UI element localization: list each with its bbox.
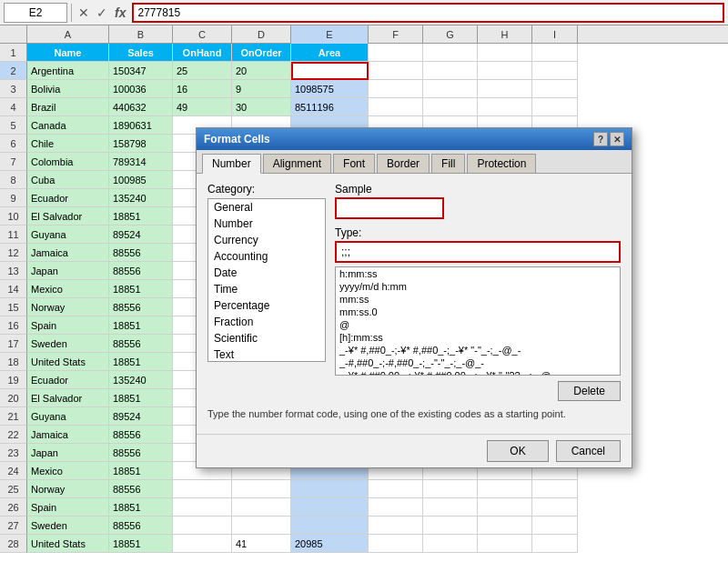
cat-fraction[interactable]: Fraction	[208, 314, 325, 330]
cell-b15[interactable]: 88556	[109, 298, 173, 316]
cell-a8[interactable]: Cuba	[27, 171, 109, 189]
cell-i26[interactable]	[532, 498, 578, 517]
cell-i3[interactable]	[532, 80, 578, 98]
cell-g26[interactable]	[423, 498, 478, 517]
row-num-7[interactable]: 7	[0, 153, 27, 171]
cancel-button[interactable]: Cancel	[556, 440, 621, 462]
cell-a11[interactable]: Guyana	[27, 226, 109, 244]
cell-b4[interactable]: 440632	[109, 98, 173, 116]
cell-a3[interactable]: Bolivia	[27, 80, 109, 98]
cell-c4[interactable]: 49	[173, 98, 232, 116]
cell-c1[interactable]: OnHand	[173, 44, 232, 62]
row-num-13[interactable]: 13	[0, 262, 27, 280]
cell-b27[interactable]: 88556	[109, 517, 173, 535]
cell-g3[interactable]	[423, 80, 478, 98]
cell-c26[interactable]	[173, 498, 232, 517]
cell-f25[interactable]	[369, 480, 423, 498]
type-item[interactable]: @	[336, 318, 620, 331]
cell-a24[interactable]: Mexico	[27, 462, 109, 480]
cell-g4[interactable]	[423, 98, 478, 116]
col-header-f[interactable]: F	[369, 25, 423, 44]
cat-time[interactable]: Time	[208, 281, 325, 297]
cell-h25[interactable]	[478, 480, 532, 498]
cell-b23[interactable]: 88556	[109, 444, 173, 462]
tab-border[interactable]: Border	[377, 154, 430, 173]
cell-b1[interactable]: Sales	[109, 44, 173, 62]
cell-b21[interactable]: 89524	[109, 407, 173, 426]
cell-g2[interactable]	[423, 62, 478, 80]
cancel-formula-icon[interactable]: ✕	[76, 5, 92, 20]
cell-e25[interactable]	[291, 480, 369, 498]
cell-a5[interactable]: Canada	[27, 116, 109, 135]
cell-a2[interactable]: Argentina	[27, 62, 109, 80]
cell-b6[interactable]: 158798	[109, 135, 173, 153]
cell-f3[interactable]	[369, 80, 423, 98]
cell-h27[interactable]	[478, 517, 532, 535]
cat-scientific[interactable]: Scientific	[208, 330, 325, 346]
row-num-1[interactable]: 1	[0, 44, 27, 62]
cell-d27[interactable]	[232, 517, 291, 535]
cell-d26[interactable]	[232, 498, 291, 517]
row-num-24[interactable]: 24	[0, 462, 27, 480]
row-num-23[interactable]: 23	[0, 444, 27, 462]
tab-number[interactable]: Number	[202, 154, 261, 174]
dialog-close-button[interactable]: ✕	[610, 132, 624, 146]
row-num-22[interactable]: 22	[0, 426, 27, 444]
row-num-27[interactable]: 27	[0, 517, 27, 535]
cell-g27[interactable]	[423, 517, 478, 535]
cell-g1[interactable]	[423, 44, 478, 62]
cell-g28[interactable]	[423, 535, 478, 553]
cell-b10[interactable]: 18851	[109, 207, 173, 226]
cell-f4[interactable]	[369, 98, 423, 116]
cell-c28[interactable]	[173, 535, 232, 553]
cell-b11[interactable]: 89524	[109, 226, 173, 244]
col-header-d[interactable]: D	[232, 25, 291, 44]
cell-reference-box[interactable]: E2	[4, 3, 67, 23]
cell-a26[interactable]: Spain	[27, 498, 109, 517]
cell-i2[interactable]	[532, 62, 578, 80]
dialog-help-button[interactable]: ?	[593, 132, 608, 146]
cell-a6[interactable]: Chile	[27, 135, 109, 153]
cell-b13[interactable]: 88556	[109, 262, 173, 280]
cell-d1[interactable]: OnOrder	[232, 44, 291, 62]
cell-f26[interactable]	[369, 498, 423, 517]
type-item[interactable]: yyyy/m/d h:mm	[336, 280, 620, 293]
tab-fill[interactable]: Fill	[431, 154, 465, 173]
cell-d28[interactable]: 41	[232, 535, 291, 553]
cell-b22[interactable]: 88556	[109, 426, 173, 444]
cell-b26[interactable]: 18851	[109, 498, 173, 517]
cell-a7[interactable]: Colombia	[27, 153, 109, 171]
cell-h1[interactable]	[478, 44, 532, 62]
cell-a18[interactable]: United Stats	[27, 353, 109, 371]
cat-currency[interactable]: Currency	[208, 232, 325, 248]
cell-a1[interactable]: Name	[27, 44, 109, 62]
cell-b16[interactable]: 18851	[109, 316, 173, 335]
col-header-i[interactable]: I	[532, 25, 578, 44]
type-item[interactable]: mm:ss	[336, 293, 620, 306]
cell-b7[interactable]: 789314	[109, 153, 173, 171]
type-item[interactable]: h:mm:ss	[336, 267, 620, 280]
cell-i28[interactable]	[532, 535, 578, 553]
col-header-e[interactable]: E	[291, 25, 369, 44]
row-num-15[interactable]: 15	[0, 298, 27, 316]
cell-a17[interactable]: Sweden	[27, 335, 109, 353]
col-header-g[interactable]: G	[423, 25, 478, 44]
cell-h3[interactable]	[478, 80, 532, 98]
cell-a4[interactable]: Brazil	[27, 98, 109, 116]
cell-a10[interactable]: El Salvador	[27, 207, 109, 226]
cell-f1[interactable]	[369, 44, 423, 62]
row-num-6[interactable]: 6	[0, 135, 27, 153]
cell-i25[interactable]	[532, 480, 578, 498]
category-list[interactable]: General Number Currency Accounting Date …	[207, 198, 326, 362]
cell-d25[interactable]	[232, 480, 291, 498]
cell-a23[interactable]: Japan	[27, 444, 109, 462]
type-item[interactable]: _-¥* #,##0_-;-¥* #,##0_-;_-¥* "-"_-;_-@_…	[336, 344, 620, 356]
cell-i4[interactable]	[532, 98, 578, 116]
cell-a13[interactable]: Japan	[27, 262, 109, 280]
row-num-8[interactable]: 8	[0, 171, 27, 189]
cell-b18[interactable]: 18851	[109, 353, 173, 371]
cell-b14[interactable]: 18851	[109, 280, 173, 298]
col-header-a[interactable]: A	[27, 25, 109, 44]
cell-i27[interactable]	[532, 517, 578, 535]
dialog-title-bar[interactable]: Format Cells ? ✕	[197, 128, 632, 150]
